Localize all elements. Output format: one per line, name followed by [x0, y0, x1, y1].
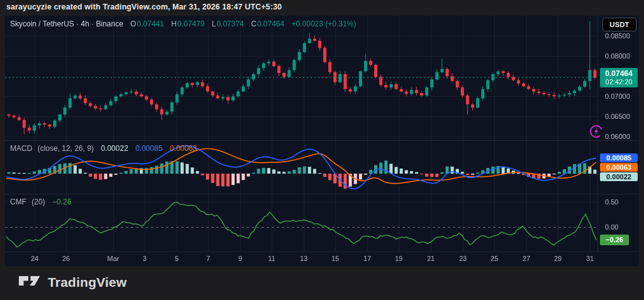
time-axis[interactable]: 2426Mar35791113151719212325272931 — [5, 252, 597, 266]
time-tick-label: 5 — [175, 255, 179, 262]
time-tick-label: 15 — [331, 255, 339, 262]
time-tick-label: 3 — [143, 255, 147, 262]
price-axis[interactable]: USDT 0.085000.080000.070000.065000.06000… — [597, 16, 640, 252]
attribution-text: sarayucyzie created with TradingView.com… — [6, 3, 282, 14]
time-tick-label: 31 — [586, 255, 594, 262]
time-tick-label: 19 — [395, 255, 402, 262]
time-tick-label: 25 — [491, 255, 498, 262]
chart-canvas[interactable] — [5, 16, 597, 252]
footer-bar: TradingView — [0, 266, 644, 300]
current-price-badge: 0.07464 02:42:20 — [600, 68, 638, 87]
macd-axis-badge: 0.00022 — [600, 172, 638, 181]
time-tick-label: 11 — [268, 255, 275, 262]
time-tick-label: 29 — [554, 255, 562, 262]
pane-divider[interactable] — [5, 194, 639, 194]
time-tick-label: 23 — [459, 255, 467, 262]
cmf-axis-label: 0.50 — [605, 197, 618, 206]
current-price-value: 0.07464 — [600, 69, 638, 78]
time-tick-label: 13 — [300, 255, 308, 262]
chart-widget: Skycoin / TetherUS · 4h · Binance O0.074… — [5, 16, 639, 266]
price-axis-label: 0.06000 — [605, 132, 630, 141]
price-axis-label: 0.07000 — [605, 92, 630, 101]
macd-axis-badge: 0.00063 — [600, 163, 638, 172]
tradingview-logo — [19, 276, 42, 289]
time-tick-label: 9 — [238, 255, 242, 262]
footer-brand-text: TradingView — [48, 275, 127, 290]
price-axis-label: 0.08500 — [605, 31, 630, 40]
time-tick-label: 26 — [62, 255, 70, 262]
macd-axis-badge: 0.00085 — [600, 153, 638, 162]
time-tick-label: 27 — [523, 255, 530, 262]
time-tick-label: 21 — [427, 255, 435, 262]
time-tick-label: Mar — [108, 255, 119, 262]
time-tick-label: 24 — [31, 255, 38, 262]
currency-button[interactable]: USDT — [602, 18, 636, 31]
pane-divider[interactable] — [5, 140, 639, 141]
time-tick-label: 17 — [364, 255, 371, 262]
cmf-axis-label: 0.00 — [605, 223, 618, 231]
bar-countdown: 02:42:20 — [600, 78, 638, 86]
price-axis-label: 0.06500 — [605, 112, 630, 121]
tradingview-link[interactable]: TradingView — [19, 275, 127, 290]
cmf-axis-badge: −0.26 — [600, 235, 629, 245]
price-axis-label: 0.08000 — [605, 52, 630, 60]
time-tick-label: 7 — [206, 255, 210, 262]
